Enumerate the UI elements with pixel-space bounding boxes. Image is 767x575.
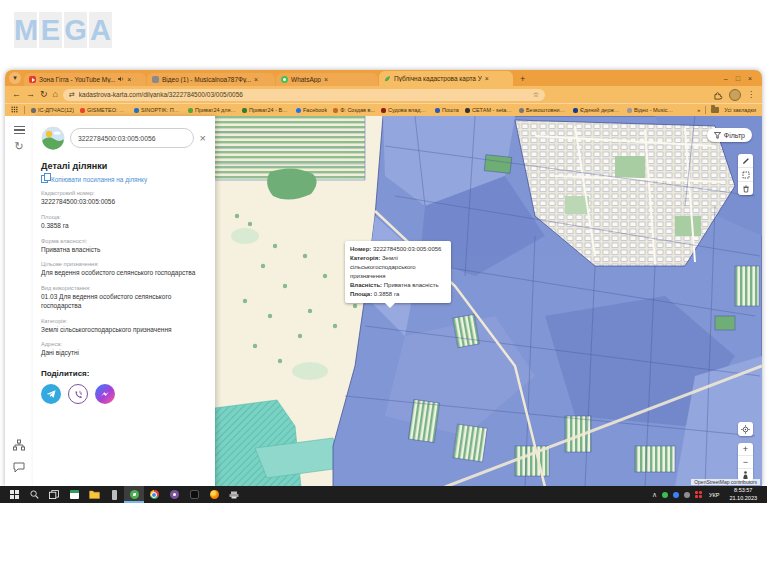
share-title: Поділитися: [41, 369, 207, 378]
page-content: ↻ × Деталі ді [5, 116, 762, 486]
apps-grid-icon[interactable] [11, 106, 18, 114]
delete-trash-icon[interactable] [738, 182, 753, 195]
panel-header: × [41, 126, 207, 150]
tab-audio-icon[interactable] [118, 76, 124, 83]
tab-video[interactable]: Відео (1) - Musicalnoa787Фу... × [147, 73, 275, 86]
panel-close-icon[interactable]: × [199, 132, 207, 144]
field-value: 0.3858 га [41, 222, 207, 231]
language-indicator[interactable]: УКР [707, 492, 721, 498]
tab-close-icon[interactable]: × [485, 75, 489, 82]
firefox-icon[interactable] [204, 486, 224, 503]
maximize-icon[interactable]: □ [736, 75, 740, 82]
new-tab-button[interactable]: + [520, 74, 525, 84]
layers-sitemap-icon[interactable] [11, 437, 27, 453]
map-container: Номер: 3222784500:03:005:0056 Категорія:… [215, 116, 762, 486]
tab-search-icon[interactable]: ▾ [9, 72, 21, 84]
favicon [31, 108, 36, 113]
bookmark-item[interactable]: СЕТАМ - setam.net... [465, 107, 513, 113]
divider [705, 106, 706, 114]
dark-app-icon[interactable] [184, 486, 204, 503]
bookmarks-overflow-icon[interactable]: » [697, 107, 700, 113]
map-attribution: OpenStreetMap contributors [691, 479, 760, 485]
bookmark-item[interactable]: Приват24 для бізне... [188, 107, 236, 113]
menu-hamburger-icon[interactable] [11, 122, 27, 138]
browser-toolbar: ← → ↻ ⌂ ⇄ kadastrova-karta.com/dilyanka/… [5, 86, 762, 103]
viber-share-icon[interactable] [68, 384, 88, 404]
site-left-rail: ↻ [5, 116, 33, 486]
field-value: 3222784500:03:005:0056 [41, 198, 207, 207]
bookmark-item[interactable]: Єдиний державни... [573, 107, 621, 113]
zoom-out-button[interactable]: − [738, 456, 753, 469]
task-view-icon[interactable] [44, 486, 64, 503]
telegram-share-icon[interactable] [41, 384, 61, 404]
your-phone-app-icon[interactable] [104, 486, 124, 503]
tray-icon-gray[interactable] [684, 492, 690, 498]
bookmark-item[interactable]: SINOPTIK: Погода в... [134, 107, 182, 113]
messenger-share-icon[interactable] [95, 384, 115, 404]
bookmark-item[interactable]: Ф: Создав в... [333, 107, 375, 113]
zoom-in-button[interactable]: + [738, 443, 753, 456]
taskbar-clock[interactable]: 8:53:57 21.10.2023 [726, 487, 760, 501]
field-label: Цільове призначення: [41, 261, 207, 267]
map-canvas[interactable] [215, 116, 762, 486]
bookmark-label: GISMETEO: Погода... [87, 107, 128, 113]
history-refresh-icon[interactable]: ↻ [5, 140, 33, 153]
bookmark-item[interactable]: Безкоштовний вел... [519, 107, 567, 113]
minimize-icon[interactable]: – [724, 75, 728, 82]
tray-icon-blue[interactable] [673, 492, 679, 498]
taskbar-search-icon[interactable] [24, 486, 44, 503]
calendar-app-icon[interactable] [64, 486, 84, 503]
viber-icon[interactable] [164, 486, 184, 503]
profile-avatar[interactable] [729, 89, 741, 101]
tab-youtube[interactable]: Зона Гігга - YouTube Му... × [24, 73, 146, 86]
home-icon[interactable]: ⌂ [53, 90, 58, 99]
all-bookmarks-button[interactable]: Усі закладки [724, 107, 756, 113]
bookmark-item[interactable]: Пошта [435, 107, 459, 113]
tab-close-icon[interactable]: × [254, 76, 258, 83]
copy-icon [41, 175, 48, 183]
watermark-letter: E [39, 12, 62, 48]
select-area-icon[interactable] [738, 168, 753, 182]
cadastral-search-input[interactable] [70, 128, 194, 148]
bookmark-label: Facebook [303, 107, 327, 113]
start-button[interactable] [4, 486, 24, 503]
forward-icon[interactable]: → [26, 90, 35, 99]
tab-whatsapp[interactable]: WhatsApp × [276, 73, 378, 86]
antivirus-tray-icon[interactable] [662, 492, 668, 498]
browser-menu-icon[interactable]: ⋮ [747, 90, 755, 99]
tab-close-icon[interactable]: × [127, 76, 131, 83]
popup-label: Номер: [350, 246, 371, 252]
bookmark-label: Відео - Musicalnoa?... [634, 107, 675, 113]
site-info-icon[interactable]: ⇄ [69, 91, 75, 99]
field-address: Адреса: Дані відсутні [41, 341, 207, 358]
chat-feedback-icon[interactable] [11, 459, 27, 475]
extensions-puzzle-icon[interactable] [714, 86, 723, 104]
bookmark-item[interactable]: Приват24 - Ваш же... [242, 107, 290, 113]
window-close-icon[interactable]: × [748, 75, 752, 82]
tray-expand-icon[interactable]: ∧ [652, 491, 657, 499]
draw-pencil-icon[interactable] [738, 154, 753, 168]
tray-icon-red-grid[interactable] [695, 491, 702, 498]
back-icon[interactable]: ← [12, 90, 21, 99]
active-app-cadastral-icon[interactable] [124, 486, 144, 503]
popup-label: Власність: [350, 282, 382, 288]
tab-cadastral-map[interactable]: Публічна кадастрова карта У × [379, 71, 513, 86]
filter-button[interactable]: Фільтр [707, 128, 752, 142]
bookmark-item[interactable]: Facebook [296, 107, 327, 113]
bookmark-item[interactable]: ІС-ДПЧАС(12) [31, 107, 74, 113]
bookmark-star-icon[interactable]: ☆ [533, 91, 539, 99]
address-bar[interactable]: ⇄ kadastrova-karta.com/dilyanka/32227845… [63, 89, 545, 101]
printer-app-icon[interactable] [224, 486, 244, 503]
locate-target-icon[interactable] [738, 422, 753, 436]
field-label: Вид використання: [41, 285, 207, 291]
bookmark-item[interactable]: GISMETEO: Погода... [80, 107, 128, 113]
bookmark-item[interactable]: Судова влада Укра... [381, 107, 429, 113]
chrome-icon[interactable] [144, 486, 164, 503]
bookmark-item[interactable]: Відео - Musicalnoa?... [627, 107, 675, 113]
copy-link-button[interactable]: Копіювати посилання на ділянку [41, 175, 207, 183]
reload-icon[interactable]: ↻ [40, 90, 48, 99]
bookmark-label: ІС-ДПЧАС(12) [38, 107, 74, 113]
file-explorer-icon[interactable] [84, 486, 104, 503]
popup-value: 0.3858 га [374, 291, 399, 297]
tab-close-icon[interactable]: × [324, 76, 328, 83]
